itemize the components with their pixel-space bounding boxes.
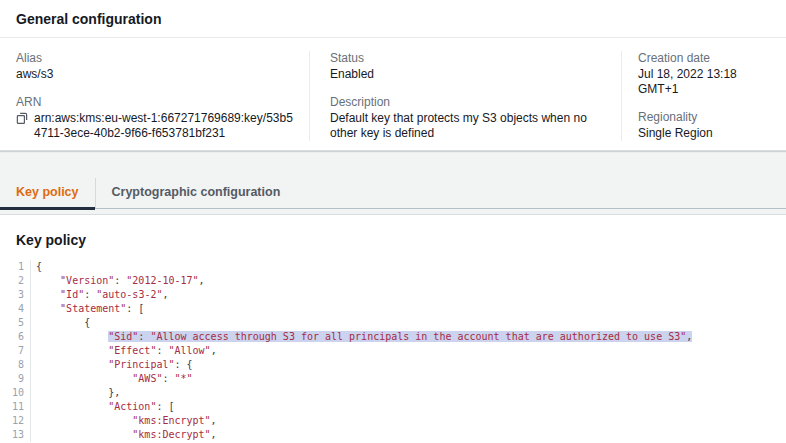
- creation-date-label: Creation date: [638, 51, 772, 65]
- regionality-value: Single Region: [638, 126, 772, 141]
- key-policy-title: Key policy: [16, 232, 86, 248]
- description-value: Default key that protects my S3 objects …: [330, 111, 607, 141]
- description-label: Description: [330, 95, 607, 109]
- code-line: 12 "kms:Encrypt",: [0, 414, 786, 428]
- code-line: 11 "Action": [: [0, 400, 786, 414]
- arn-value: arn:aws:kms:eu-west-1:667271769689:key/5…: [34, 111, 295, 141]
- code-line: 4 "Statement": [: [0, 302, 786, 316]
- general-configuration-body: Alias aws/s3 ARN arn:aws:kms:eu-west-1:6…: [0, 38, 786, 151]
- creation-date-field: Creation date Jul 18, 2022 13:18 GMT+1: [638, 51, 772, 97]
- general-configuration-header: General configuration: [0, 0, 786, 38]
- arn-field: ARN arn:aws:kms:eu-west-1:667271769689:k…: [16, 95, 295, 141]
- general-configuration-title: General configuration: [16, 11, 161, 27]
- code-line: 6 "Sid": "Allow access through S3 for al…: [0, 330, 786, 344]
- alias-value: aws/s3: [16, 67, 295, 82]
- alias-label: Alias: [16, 51, 295, 65]
- tab-key-policy[interactable]: Key policy: [0, 178, 95, 208]
- status-value: Enabled: [330, 67, 607, 82]
- code-line: 8 "Principal": {: [0, 358, 786, 372]
- code-line: 5 {: [0, 316, 786, 330]
- key-policy-panel: Key policy 1{2 "Version": "2012-10-17",3…: [0, 214, 786, 443]
- key-policy-header: Key policy: [0, 215, 786, 257]
- regionality-label: Regionality: [638, 110, 772, 124]
- regionality-field: Regionality Single Region: [638, 110, 772, 141]
- code-line: 7 "Effect": "Allow",: [0, 344, 786, 358]
- code-line: 10 },: [0, 386, 786, 400]
- copy-icon[interactable]: [16, 112, 28, 124]
- code-line: 2 "Version": "2012-10-17",: [0, 274, 786, 288]
- code-line: 3 "Id": "auto-s3-2",: [0, 288, 786, 302]
- alias-field: Alias aws/s3: [16, 51, 295, 82]
- code-line: 13 "kms:Decrypt",: [0, 428, 786, 442]
- general-config-column-dates: Creation date Jul 18, 2022 13:18 GMT+1 R…: [622, 51, 786, 141]
- creation-date-value: Jul 18, 2022 13:18 GMT+1: [638, 67, 772, 97]
- general-config-column-status: Status Enabled Description Default key t…: [310, 51, 622, 141]
- code-editor[interactable]: 1{2 "Version": "2012-10-17",3 "Id": "aut…: [0, 260, 786, 442]
- code-line: 1{: [0, 260, 786, 274]
- general-configuration-panel: General configuration Alias aws/s3 ARN a…: [0, 0, 786, 151]
- code-line: 9 "AWS": "*": [0, 372, 786, 386]
- status-label: Status: [330, 51, 607, 65]
- general-config-column-identity: Alias aws/s3 ARN arn:aws:kms:eu-west-1:6…: [0, 51, 310, 141]
- tab-bar: Key policy Cryptographic configuration: [0, 178, 786, 209]
- tab-cryptographic-configuration[interactable]: Cryptographic configuration: [95, 178, 297, 208]
- arn-label: ARN: [16, 95, 295, 109]
- status-field: Status Enabled: [330, 51, 607, 82]
- description-field: Description Default key that protects my…: [330, 95, 607, 141]
